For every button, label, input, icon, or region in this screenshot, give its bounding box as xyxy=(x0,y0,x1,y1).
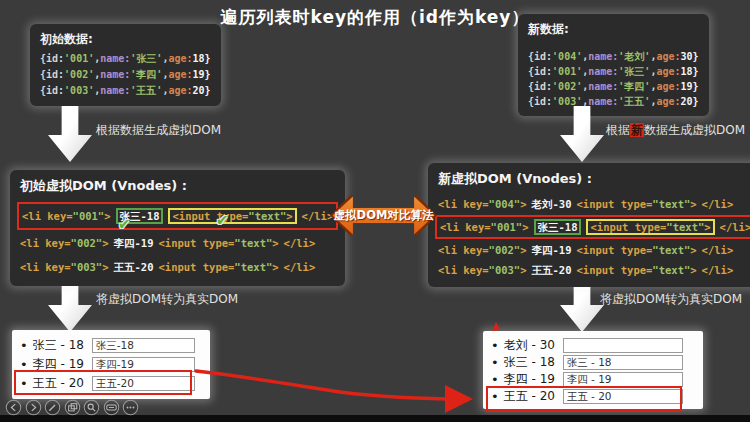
magnifier-button[interactable] xyxy=(83,399,100,416)
vnode-line-matched: <li key="001">张三-18<input type="text"></… xyxy=(17,202,338,230)
whiteboard-button[interactable] xyxy=(103,399,120,416)
bullet-icon: • xyxy=(491,356,499,369)
down-arrow-icon xyxy=(48,106,92,162)
new-data-heading: 新数据: xyxy=(528,21,699,38)
matched-text-frame: 张三-18 xyxy=(534,219,582,235)
next-slide-button[interactable] xyxy=(25,399,42,416)
bullet-icon: • xyxy=(491,339,499,352)
diff-algorithm-label: 虚拟DOM对比算法 xyxy=(330,194,437,237)
initial-data-heading: 初始数据: xyxy=(40,31,211,48)
initial-vdom-heading: 初始虚拟DOM (Vnodes) : xyxy=(20,177,335,195)
flow-label-generate-new: 根据新数据生成虚拟DOM xyxy=(606,122,745,139)
vnode-line: <li key="002">李四-19<input type="text"></… xyxy=(20,231,335,255)
highlight-new-badge: 新 xyxy=(630,123,644,137)
slides-overview-button[interactable] xyxy=(64,399,81,416)
check-icon: ✔ xyxy=(217,207,227,231)
new-vdom-heading: 新虚拟DOM (Vnodes) : xyxy=(438,170,750,188)
data-line: {id:'002',name:'李四',age:19} xyxy=(528,79,699,94)
flow-label-to-real-dom-left: 将虚拟DOM转为真实DOM xyxy=(96,291,238,308)
text-input[interactable] xyxy=(563,355,683,370)
real-dom-initial-box: •张三 - 18 •李四 - 19 •王五 - 20 xyxy=(12,330,210,399)
more-tools-button[interactable] xyxy=(122,399,139,416)
pen-tool-button[interactable] xyxy=(44,399,61,416)
data-line: {id:'001',name:'张三',age:18} xyxy=(528,64,699,79)
check-icon: ✔ xyxy=(119,211,129,235)
vnode-line-matched: <li key="001">张三-18<input type="text"></… xyxy=(435,215,750,239)
vnode-line: <li key="004">老刘-30<input type="text"></… xyxy=(438,194,750,214)
initial-vdom-box: 初始虚拟DOM (Vnodes) : <li key="001">张三-18<i… xyxy=(10,170,345,286)
data-line: {id:'003',name:'王五',age:20} xyxy=(40,83,211,99)
text-input[interactable] xyxy=(563,338,683,353)
bullet-icon: • xyxy=(491,373,499,386)
list-item: •张三 - 18 xyxy=(491,354,695,371)
data-line: {id:'003',name:'王五',age:20} xyxy=(528,94,699,109)
flow-label-to-real-dom-right: 将虚拟DOM转为真实DOM xyxy=(600,291,742,308)
vnode-line: <li key="002">李四-19<input type="text"></… xyxy=(438,240,750,260)
new-data-box: 新数据: {id:'004',name:'老刘',age:30} {id:'00… xyxy=(518,14,709,116)
reused-row-highlight xyxy=(486,386,682,411)
prev-slide-button[interactable] xyxy=(5,399,22,416)
presenter-toolbar xyxy=(5,399,139,416)
list-item: •老刘 - 30 xyxy=(491,337,695,354)
slide: 遍历列表时key的作用（id作为key） 初始数据: {id:'001',nam… xyxy=(0,0,750,422)
text-input[interactable] xyxy=(563,372,683,387)
vnode-line: <li key="003">王五-20<input type="text"></… xyxy=(20,255,335,279)
data-line: {id:'001',name:'张三',age:18} xyxy=(40,51,211,67)
bullet-icon: • xyxy=(20,339,28,352)
bottom-black-bar xyxy=(0,415,750,422)
reused-row-highlight xyxy=(14,370,192,395)
matched-input-frame: <input type="text"> xyxy=(586,219,714,235)
data-line: {id:'002',name:'李四',age:19} xyxy=(40,67,211,83)
text-input[interactable] xyxy=(92,338,195,353)
diff-algorithm-arrow: 虚拟DOM对比算法 xyxy=(330,194,437,237)
new-vdom-box: 新虚拟DOM (Vnodes) : <li key="004">老刘-30<in… xyxy=(428,163,750,287)
data-line: {id:'004',name:'老刘',age:30} xyxy=(528,49,699,64)
vnode-line: <li key="003">王五-20<input type="text"></… xyxy=(438,260,750,280)
list-item: •张三 - 18 xyxy=(20,336,202,355)
flow-label-generate-initial: 根据数据生成虚拟DOM xyxy=(96,122,221,139)
initial-data-box: 初始数据: {id:'001',name:'张三',age:18} {id:'0… xyxy=(30,24,221,106)
matched-input-frame: <input type="text"> xyxy=(168,208,296,224)
real-dom-new-box: •老刘 - 30 •张三 - 18 •李四 - 19 •王五 - 20 xyxy=(483,331,703,409)
